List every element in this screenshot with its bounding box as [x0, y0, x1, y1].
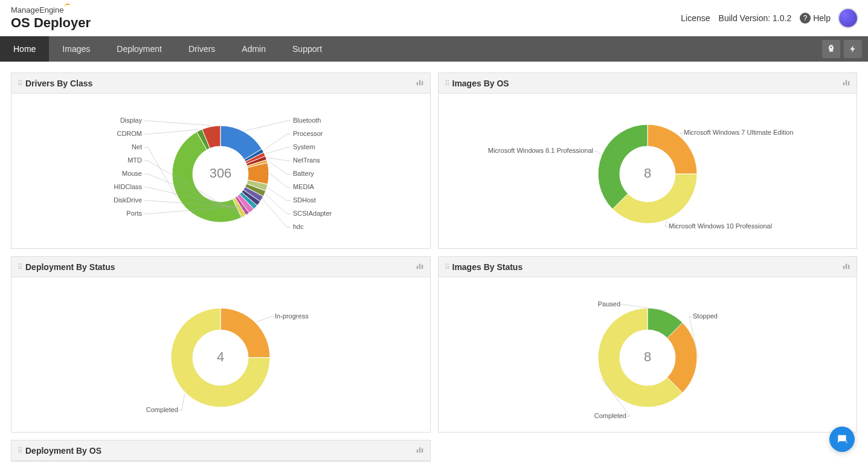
- drag-handle-icon[interactable]: ⠿: [18, 446, 22, 455]
- label-in-progress: In-progress: [275, 312, 309, 320]
- label-microsoft-windows-10-professional: Microsoft Windows 10 Professional: [669, 222, 772, 230]
- brand-top: ManageEngine: [11, 5, 91, 15]
- svg-rect-5: [848, 81, 849, 85]
- panel-deployment-by-status: ⠿ Deployment By Status 4In-progressCompl…: [11, 256, 431, 433]
- donut-chart: 4In-progressCompleted: [12, 282, 429, 427]
- label-hidclass: HIDClass: [114, 183, 143, 190]
- label-sdhost: SDHost: [293, 196, 316, 204]
- panel-title: Deployment By Status: [25, 262, 115, 272]
- svg-rect-12: [416, 450, 417, 453]
- help-link[interactable]: ? Help: [800, 13, 831, 24]
- navbar: Home Images Deployment Drivers Admin Sup…: [0, 36, 868, 62]
- donut-center-value: 4: [217, 349, 224, 364]
- label-paused: Paused: [597, 300, 620, 308]
- label-mtd: MTD: [127, 156, 142, 164]
- bar-chart-icon[interactable]: [416, 445, 424, 456]
- panel-header: ⠿ Images By OS: [439, 73, 857, 94]
- top-bar: ManageEngine OS Deployer License Build V…: [0, 0, 868, 36]
- svg-rect-9: [843, 266, 844, 269]
- bar-chart-icon[interactable]: [842, 262, 850, 272]
- svg-rect-6: [416, 266, 417, 269]
- build-version: Build Version: 1.0.2: [719, 13, 792, 23]
- svg-rect-13: [419, 448, 420, 453]
- slice-microsoft-windows-10-professional[interactable]: [612, 174, 697, 224]
- rocket-icon[interactable]: [822, 40, 840, 58]
- nav-support[interactable]: Support: [279, 36, 335, 62]
- chart-body: 4In-progressCompleted: [11, 277, 430, 432]
- svg-rect-14: [421, 448, 422, 453]
- chart-body: 306BluetoothProcessorSystemNetTransBatte…: [11, 94, 430, 248]
- donut-chart: 8Microsoft Windows 7 Ultimate EditionMic…: [439, 98, 856, 243]
- drag-handle-icon[interactable]: ⠿: [18, 79, 22, 88]
- bar-chart-icon[interactable]: [416, 78, 424, 88]
- label-system: System: [293, 143, 315, 150]
- label-diskdrive: DiskDrive: [114, 196, 142, 204]
- chat-bubble[interactable]: [829, 427, 855, 452]
- label-nettrans: NetTrans: [293, 156, 320, 164]
- label-net: Net: [132, 143, 142, 150]
- panel-drivers-by-class: ⠿ Drivers By Class 306BluetoothProcessor…: [11, 72, 431, 249]
- label-display: Display: [120, 117, 143, 124]
- panel-images-by-status: ⠿ Images By Status 8PausedStoppedComplet…: [438, 256, 858, 433]
- panel-deployment-by-os: ⠿ Deployment By OS: [11, 440, 431, 462]
- label-ports: Ports: [127, 210, 143, 217]
- svg-rect-0: [416, 82, 417, 85]
- svg-rect-3: [843, 82, 844, 85]
- svg-rect-7: [419, 264, 420, 269]
- flash-icon[interactable]: [844, 40, 862, 58]
- label-battery: Battery: [293, 170, 314, 177]
- nav-drivers[interactable]: Drivers: [175, 36, 228, 62]
- donut-chart: 306BluetoothProcessorSystemNetTransBatte…: [12, 98, 429, 243]
- donut-chart: 8PausedStoppedCompleted: [439, 282, 856, 427]
- nav-admin[interactable]: Admin: [228, 36, 279, 62]
- drag-handle-icon[interactable]: ⠿: [445, 79, 449, 88]
- label-cdrom: CDROM: [117, 130, 143, 137]
- donut-center-value: 8: [644, 349, 651, 364]
- label-media: MEDIA: [293, 183, 315, 190]
- slice-in-progress[interactable]: [220, 308, 270, 358]
- chart-body: 8PausedStoppedCompleted: [439, 277, 857, 432]
- brand: ManageEngine OS Deployer: [11, 5, 91, 31]
- panel-title: Images By OS: [452, 79, 509, 88]
- label-hdc: hdc: [293, 223, 304, 230]
- svg-rect-2: [421, 81, 422, 85]
- label-completed: Completed: [594, 412, 626, 419]
- donut-center-value: 8: [644, 166, 651, 181]
- label-mouse: Mouse: [122, 170, 142, 177]
- svg-rect-1: [419, 80, 420, 86]
- label-scsiadapter: SCSIAdapter: [293, 210, 332, 217]
- svg-rect-4: [846, 80, 847, 86]
- panel-title: Deployment By OS: [25, 446, 101, 456]
- bar-chart-icon[interactable]: [416, 262, 424, 272]
- label-microsoft-windows-7-ultimate-edition: Microsoft Windows 7 Ultimate Edition: [684, 129, 794, 136]
- help-icon: ?: [800, 13, 811, 24]
- drag-handle-icon[interactable]: ⠿: [445, 263, 449, 271]
- label-microsoft-windows-8.1-professional: Microsoft Windows 8.1 Professional: [488, 147, 593, 154]
- svg-rect-8: [421, 265, 422, 269]
- svg-rect-11: [848, 265, 849, 269]
- panel-header: ⠿ Deployment By Status: [11, 257, 430, 277]
- chart-body: 8Microsoft Windows 7 Ultimate EditionMic…: [439, 94, 857, 248]
- top-links: License Build Version: 1.0.2 ? Help: [681, 9, 857, 27]
- label-bluetooth: Bluetooth: [293, 117, 321, 124]
- panel-header: ⠿ Images By Status: [439, 257, 857, 277]
- nav-images[interactable]: Images: [49, 36, 103, 62]
- label-stopped: Stopped: [693, 312, 718, 320]
- panel-images-by-os: ⠿ Images By OS 8Microsoft Windows 7 Ulti…: [438, 72, 858, 249]
- label-processor: Processor: [293, 130, 323, 137]
- panel-header: ⠿ Deployment By OS: [11, 440, 430, 461]
- help-label: Help: [813, 13, 831, 23]
- dashboard: ⠿ Drivers By Class 306BluetoothProcessor…: [0, 62, 868, 464]
- nav-home[interactable]: Home: [0, 36, 49, 62]
- nav-deployment[interactable]: Deployment: [103, 36, 175, 62]
- avatar[interactable]: [839, 9, 857, 27]
- brand-main: OS Deployer: [11, 15, 91, 31]
- bar-chart-icon[interactable]: [842, 78, 850, 88]
- panel-title: Images By Status: [452, 262, 523, 272]
- license-link[interactable]: License: [681, 13, 710, 23]
- donut-center-value: 306: [210, 166, 232, 181]
- drag-handle-icon[interactable]: ⠿: [18, 263, 22, 271]
- panel-title: Drivers By Class: [25, 79, 92, 88]
- panel-header: ⠿ Drivers By Class: [11, 73, 430, 94]
- slice-microsoft-windows-8.1-professional[interactable]: [598, 124, 648, 209]
